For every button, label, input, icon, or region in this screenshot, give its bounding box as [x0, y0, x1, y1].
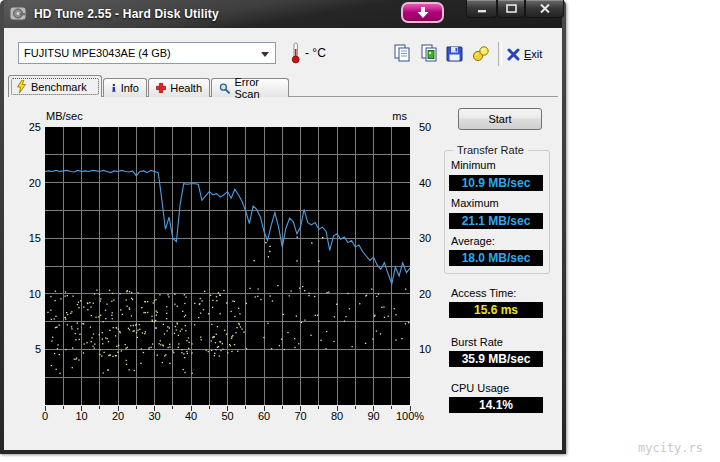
- cpu-usage-value: 14.1%: [449, 397, 543, 413]
- download-arrow-icon: [415, 7, 431, 19]
- tab-focus-rect: [11, 78, 99, 95]
- start-button[interactable]: Start: [458, 108, 542, 130]
- maximize-icon: [506, 4, 517, 13]
- maximum-value: 21.1 MB/sec: [449, 213, 543, 229]
- tab-info-label: Info: [121, 82, 139, 94]
- close-icon: [540, 4, 550, 13]
- tab-health-label: Health: [170, 82, 202, 94]
- tab-error-scan[interactable]: Error Scan: [211, 78, 289, 97]
- minimum-value: 10.9 MB/sec: [449, 175, 543, 191]
- exit-button[interactable]: Exit: [507, 45, 542, 63]
- save-button[interactable]: [445, 44, 465, 63]
- svg-text:90: 90: [367, 410, 379, 422]
- svg-text:40: 40: [419, 177, 431, 189]
- svg-text:10: 10: [419, 343, 431, 355]
- drive-select-value: FUJITSU MPE3043AE (4 GB): [24, 47, 171, 59]
- svg-text:5: 5: [35, 343, 41, 355]
- copy-image-icon: [419, 44, 439, 63]
- tab-info[interactable]: Info: [103, 78, 147, 97]
- tab-benchmark[interactable]: Benchmark: [8, 75, 102, 97]
- svg-text:ms: ms: [392, 110, 407, 122]
- close-button[interactable]: [525, 0, 564, 18]
- svg-text:20: 20: [419, 288, 431, 300]
- tab-error-scan-label: Error Scan: [235, 76, 282, 100]
- hard-disk-icon: [9, 5, 28, 22]
- magnifier-icon: [219, 82, 231, 95]
- drive-select[interactable]: FUJITSU MPE3043AE (4 GB): [18, 42, 276, 64]
- svg-text:10: 10: [75, 410, 87, 422]
- maximum-label: Maximum: [451, 197, 499, 209]
- burst-rate-value: 35.9 MB/sec: [449, 351, 543, 367]
- copy-button[interactable]: [392, 44, 412, 63]
- options-icon: [471, 44, 491, 63]
- minimum-label: Minimum: [451, 159, 496, 171]
- window-title: HD Tune 2.55 - Hard Disk Utility: [34, 7, 219, 21]
- benchmark-chart: 0102030405060708090100%51015202510203040…: [4, 100, 449, 435]
- access-time-value: 15.6 ms: [449, 302, 543, 318]
- access-time-label: Access Time:: [451, 287, 516, 299]
- svg-text:20: 20: [112, 410, 124, 422]
- svg-text:30: 30: [419, 232, 431, 244]
- health-cross-icon: [156, 82, 166, 94]
- transfer-rate-group-label: Transfer Rate: [453, 144, 528, 156]
- app-window: HD Tune 2.55 - Hard Disk Utility FUJITSU…: [0, 0, 566, 454]
- average-value: 18.0 MB/sec: [449, 250, 543, 266]
- client-area: FUJITSU MPE3043AE (4 GB) - °C: [4, 28, 562, 450]
- svg-text:70: 70: [294, 410, 306, 422]
- svg-text:60: 60: [258, 410, 270, 422]
- exit-label: Exit: [524, 48, 542, 60]
- svg-text:50: 50: [221, 410, 233, 422]
- svg-text:MB/sec: MB/sec: [46, 110, 83, 122]
- watermark: mycity.rs: [638, 441, 703, 455]
- svg-text:50: 50: [419, 121, 431, 133]
- save-icon: [445, 44, 465, 63]
- thermometer-icon: [290, 42, 302, 64]
- svg-text:40: 40: [185, 410, 197, 422]
- cpu-usage-label: CPU Usage: [451, 382, 509, 394]
- dropdown-arrow-icon: [261, 52, 269, 57]
- average-label: Average:: [451, 235, 495, 247]
- maximize-button[interactable]: [497, 0, 525, 18]
- svg-text:80: 80: [331, 410, 343, 422]
- exit-x-icon: [507, 48, 520, 61]
- svg-text:25: 25: [29, 121, 41, 133]
- copy-image-button[interactable]: [419, 44, 439, 63]
- tab-health[interactable]: Health: [148, 78, 210, 97]
- temperature-label: - °C: [305, 46, 326, 60]
- minimize-icon: [477, 4, 487, 13]
- copy-icon: [392, 44, 412, 63]
- svg-text:10: 10: [29, 288, 41, 300]
- toolbar-separator: [498, 42, 502, 66]
- options-button[interactable]: [471, 44, 491, 63]
- svg-text:20: 20: [29, 177, 41, 189]
- minimize-button[interactable]: [466, 0, 497, 18]
- svg-text:15: 15: [29, 232, 41, 244]
- svg-text:0: 0: [42, 410, 48, 422]
- titlebar: HD Tune 2.55 - Hard Disk Utility: [4, 0, 562, 28]
- svg-text:100%: 100%: [396, 410, 424, 422]
- burst-rate-label: Burst Rate: [451, 336, 503, 348]
- svg-text:30: 30: [148, 410, 160, 422]
- info-icon: [111, 82, 117, 94]
- download-button[interactable]: [401, 2, 444, 23]
